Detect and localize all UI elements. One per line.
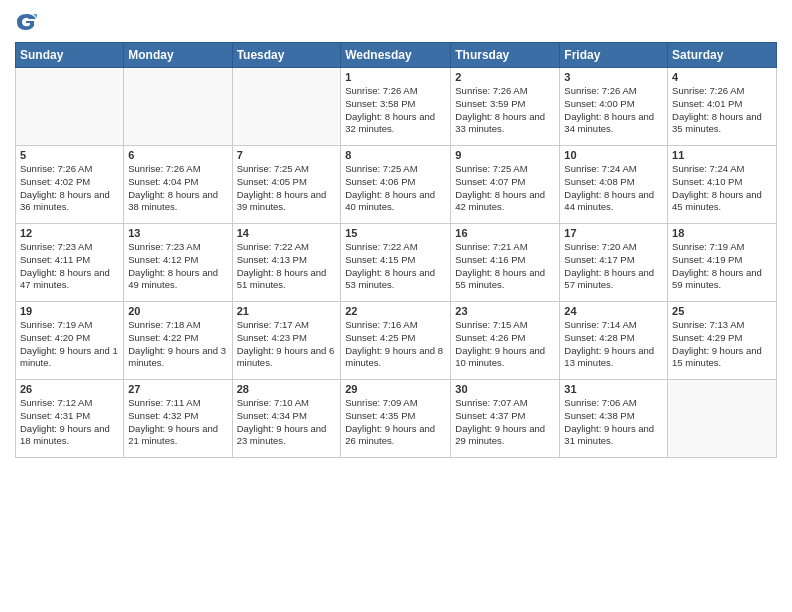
day-info: Sunrise: 7:15 AM Sunset: 4:26 PM Dayligh… bbox=[455, 319, 555, 370]
day-cell: 30Sunrise: 7:07 AM Sunset: 4:37 PM Dayli… bbox=[451, 380, 560, 458]
day-cell: 2Sunrise: 7:26 AM Sunset: 3:59 PM Daylig… bbox=[451, 68, 560, 146]
day-cell: 19Sunrise: 7:19 AM Sunset: 4:20 PM Dayli… bbox=[16, 302, 124, 380]
day-cell: 6Sunrise: 7:26 AM Sunset: 4:04 PM Daylig… bbox=[124, 146, 232, 224]
day-number: 2 bbox=[455, 71, 555, 83]
day-cell: 13Sunrise: 7:23 AM Sunset: 4:12 PM Dayli… bbox=[124, 224, 232, 302]
col-header-monday: Monday bbox=[124, 43, 232, 68]
day-number: 23 bbox=[455, 305, 555, 317]
calendar-table: SundayMondayTuesdayWednesdayThursdayFrid… bbox=[15, 42, 777, 458]
day-info: Sunrise: 7:10 AM Sunset: 4:34 PM Dayligh… bbox=[237, 397, 337, 448]
day-cell: 1Sunrise: 7:26 AM Sunset: 3:58 PM Daylig… bbox=[341, 68, 451, 146]
day-number: 14 bbox=[237, 227, 337, 239]
day-info: Sunrise: 7:26 AM Sunset: 4:01 PM Dayligh… bbox=[672, 85, 772, 136]
day-info: Sunrise: 7:23 AM Sunset: 4:12 PM Dayligh… bbox=[128, 241, 227, 292]
day-info: Sunrise: 7:18 AM Sunset: 4:22 PM Dayligh… bbox=[128, 319, 227, 370]
col-header-sunday: Sunday bbox=[16, 43, 124, 68]
day-cell: 8Sunrise: 7:25 AM Sunset: 4:06 PM Daylig… bbox=[341, 146, 451, 224]
day-cell: 29Sunrise: 7:09 AM Sunset: 4:35 PM Dayli… bbox=[341, 380, 451, 458]
day-info: Sunrise: 7:26 AM Sunset: 3:58 PM Dayligh… bbox=[345, 85, 446, 136]
day-cell bbox=[668, 380, 777, 458]
day-number: 30 bbox=[455, 383, 555, 395]
col-header-friday: Friday bbox=[560, 43, 668, 68]
day-cell: 24Sunrise: 7:14 AM Sunset: 4:28 PM Dayli… bbox=[560, 302, 668, 380]
day-cell: 12Sunrise: 7:23 AM Sunset: 4:11 PM Dayli… bbox=[16, 224, 124, 302]
day-info: Sunrise: 7:06 AM Sunset: 4:38 PM Dayligh… bbox=[564, 397, 663, 448]
day-number: 20 bbox=[128, 305, 227, 317]
day-info: Sunrise: 7:24 AM Sunset: 4:08 PM Dayligh… bbox=[564, 163, 663, 214]
day-info: Sunrise: 7:12 AM Sunset: 4:31 PM Dayligh… bbox=[20, 397, 119, 448]
day-info: Sunrise: 7:19 AM Sunset: 4:20 PM Dayligh… bbox=[20, 319, 119, 370]
day-number: 28 bbox=[237, 383, 337, 395]
day-cell: 26Sunrise: 7:12 AM Sunset: 4:31 PM Dayli… bbox=[16, 380, 124, 458]
col-header-saturday: Saturday bbox=[668, 43, 777, 68]
day-cell: 3Sunrise: 7:26 AM Sunset: 4:00 PM Daylig… bbox=[560, 68, 668, 146]
logo-icon bbox=[15, 10, 39, 34]
logo bbox=[15, 10, 43, 34]
day-number: 3 bbox=[564, 71, 663, 83]
day-number: 17 bbox=[564, 227, 663, 239]
day-number: 29 bbox=[345, 383, 446, 395]
day-cell: 22Sunrise: 7:16 AM Sunset: 4:25 PM Dayli… bbox=[341, 302, 451, 380]
day-info: Sunrise: 7:22 AM Sunset: 4:13 PM Dayligh… bbox=[237, 241, 337, 292]
day-number: 19 bbox=[20, 305, 119, 317]
day-cell: 7Sunrise: 7:25 AM Sunset: 4:05 PM Daylig… bbox=[232, 146, 341, 224]
day-info: Sunrise: 7:07 AM Sunset: 4:37 PM Dayligh… bbox=[455, 397, 555, 448]
day-number: 18 bbox=[672, 227, 772, 239]
day-cell: 9Sunrise: 7:25 AM Sunset: 4:07 PM Daylig… bbox=[451, 146, 560, 224]
col-header-thursday: Thursday bbox=[451, 43, 560, 68]
day-info: Sunrise: 7:24 AM Sunset: 4:10 PM Dayligh… bbox=[672, 163, 772, 214]
day-info: Sunrise: 7:14 AM Sunset: 4:28 PM Dayligh… bbox=[564, 319, 663, 370]
week-row-1: 1Sunrise: 7:26 AM Sunset: 3:58 PM Daylig… bbox=[16, 68, 777, 146]
day-number: 7 bbox=[237, 149, 337, 161]
day-number: 10 bbox=[564, 149, 663, 161]
day-cell: 28Sunrise: 7:10 AM Sunset: 4:34 PM Dayli… bbox=[232, 380, 341, 458]
day-cell bbox=[232, 68, 341, 146]
day-cell: 10Sunrise: 7:24 AM Sunset: 4:08 PM Dayli… bbox=[560, 146, 668, 224]
day-cell bbox=[16, 68, 124, 146]
day-cell: 17Sunrise: 7:20 AM Sunset: 4:17 PM Dayli… bbox=[560, 224, 668, 302]
day-number: 16 bbox=[455, 227, 555, 239]
day-number: 1 bbox=[345, 71, 446, 83]
day-cell: 25Sunrise: 7:13 AM Sunset: 4:29 PM Dayli… bbox=[668, 302, 777, 380]
day-info: Sunrise: 7:25 AM Sunset: 4:06 PM Dayligh… bbox=[345, 163, 446, 214]
day-number: 9 bbox=[455, 149, 555, 161]
day-info: Sunrise: 7:23 AM Sunset: 4:11 PM Dayligh… bbox=[20, 241, 119, 292]
day-number: 27 bbox=[128, 383, 227, 395]
day-info: Sunrise: 7:09 AM Sunset: 4:35 PM Dayligh… bbox=[345, 397, 446, 448]
day-number: 15 bbox=[345, 227, 446, 239]
day-number: 31 bbox=[564, 383, 663, 395]
day-info: Sunrise: 7:20 AM Sunset: 4:17 PM Dayligh… bbox=[564, 241, 663, 292]
day-cell: 11Sunrise: 7:24 AM Sunset: 4:10 PM Dayli… bbox=[668, 146, 777, 224]
day-info: Sunrise: 7:22 AM Sunset: 4:15 PM Dayligh… bbox=[345, 241, 446, 292]
day-info: Sunrise: 7:25 AM Sunset: 4:05 PM Dayligh… bbox=[237, 163, 337, 214]
col-header-tuesday: Tuesday bbox=[232, 43, 341, 68]
day-number: 5 bbox=[20, 149, 119, 161]
col-header-wednesday: Wednesday bbox=[341, 43, 451, 68]
day-cell: 31Sunrise: 7:06 AM Sunset: 4:38 PM Dayli… bbox=[560, 380, 668, 458]
day-number: 25 bbox=[672, 305, 772, 317]
day-cell: 4Sunrise: 7:26 AM Sunset: 4:01 PM Daylig… bbox=[668, 68, 777, 146]
header bbox=[15, 10, 777, 34]
day-info: Sunrise: 7:16 AM Sunset: 4:25 PM Dayligh… bbox=[345, 319, 446, 370]
day-info: Sunrise: 7:13 AM Sunset: 4:29 PM Dayligh… bbox=[672, 319, 772, 370]
day-cell: 16Sunrise: 7:21 AM Sunset: 4:16 PM Dayli… bbox=[451, 224, 560, 302]
week-row-3: 12Sunrise: 7:23 AM Sunset: 4:11 PM Dayli… bbox=[16, 224, 777, 302]
day-number: 6 bbox=[128, 149, 227, 161]
day-number: 11 bbox=[672, 149, 772, 161]
day-cell: 14Sunrise: 7:22 AM Sunset: 4:13 PM Dayli… bbox=[232, 224, 341, 302]
day-number: 8 bbox=[345, 149, 446, 161]
day-info: Sunrise: 7:17 AM Sunset: 4:23 PM Dayligh… bbox=[237, 319, 337, 370]
day-number: 12 bbox=[20, 227, 119, 239]
day-info: Sunrise: 7:25 AM Sunset: 4:07 PM Dayligh… bbox=[455, 163, 555, 214]
day-cell bbox=[124, 68, 232, 146]
week-row-4: 19Sunrise: 7:19 AM Sunset: 4:20 PM Dayli… bbox=[16, 302, 777, 380]
day-info: Sunrise: 7:21 AM Sunset: 4:16 PM Dayligh… bbox=[455, 241, 555, 292]
page-container: SundayMondayTuesdayWednesdayThursdayFrid… bbox=[0, 0, 792, 463]
day-info: Sunrise: 7:26 AM Sunset: 4:04 PM Dayligh… bbox=[128, 163, 227, 214]
day-info: Sunrise: 7:26 AM Sunset: 4:02 PM Dayligh… bbox=[20, 163, 119, 214]
day-info: Sunrise: 7:11 AM Sunset: 4:32 PM Dayligh… bbox=[128, 397, 227, 448]
day-cell: 5Sunrise: 7:26 AM Sunset: 4:02 PM Daylig… bbox=[16, 146, 124, 224]
week-row-2: 5Sunrise: 7:26 AM Sunset: 4:02 PM Daylig… bbox=[16, 146, 777, 224]
day-number: 21 bbox=[237, 305, 337, 317]
day-number: 13 bbox=[128, 227, 227, 239]
